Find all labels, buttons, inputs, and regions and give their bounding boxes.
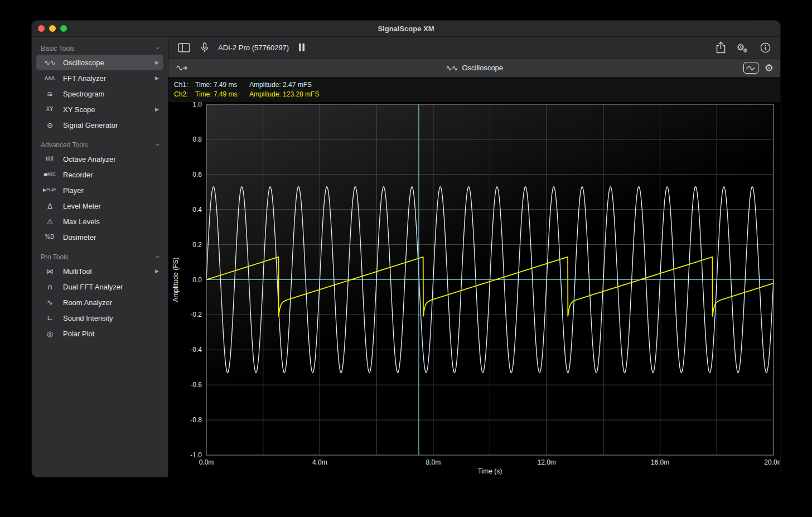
titlebar: SignalScope XM [32,21,780,37]
svg-text:4.0m: 4.0m [312,458,327,466]
pause-icon [298,44,305,51]
sidebar-section-advanced-tools[interactable]: Advanced Tools› [36,138,163,151]
sidebar-item-label: Signal Generator [63,121,159,129]
expand-arrow-icon[interactable]: ▶ [155,60,159,65]
sidebar-item-octave-analyzer[interactable]: ılıllOctave Analyzer [36,151,163,167]
ch1-amplitude: Amplitude: 2.47 mFS [249,80,312,90]
sidebar-item-max-levels[interactable]: ⚠Max Levels [36,214,163,229]
oscilloscope-wave-icon [446,63,457,73]
sidebar-item-label: Oscilloscope [63,59,151,67]
pause-button[interactable] [297,42,306,52]
sidebar-item-dual-fft-analyzer[interactable]: ∩Dual FFT Analyzer [36,279,163,294]
signal-routing-button[interactable] [175,63,189,73]
svg-text:-0.2: -0.2 [190,311,202,318]
cursor-readouts: Ch1: Time: 7.49 ms Amplitude: 2.47 mFS C… [168,78,780,102]
sidebar-item-player[interactable]: ▶PLAYPlayer [36,182,163,198]
svg-text:0.0m: 0.0m [199,458,214,466]
octave-bars-icon: ılıll [41,156,59,162]
sidebar-item-dosimeter[interactable]: %DDosimeter [36,229,163,245]
sidebar-item-label: FFT Analyzer [63,74,151,83]
svg-text:Time (s): Time (s) [478,467,502,475]
fft-icon: ʌʌʌ [41,75,59,81]
svg-text:1.0: 1.0 [192,102,202,108]
processing-settings-button[interactable] [736,42,751,53]
ch2-amplitude: Amplitude: 123.28 mFS [249,90,319,99]
sidebar-item-level-meter[interactable]: ∆Level Meter [36,198,163,214]
section-label: Basic Tools [41,45,74,52]
svg-text:-0.6: -0.6 [190,381,202,389]
room-icon: ∿ [41,299,59,306]
svg-text:0.0: 0.0 [192,276,202,284]
close-button[interactable] [38,25,45,32]
expand-arrow-icon[interactable]: ▶ [155,107,159,112]
sidebar-item-fft-analyzer[interactable]: ʌʌʌFFT Analyzer▶ [36,70,163,86]
svg-text:8.0m: 8.0m [426,458,441,466]
sidebar-item-xy-scope[interactable]: XYXY Scope▶ [36,102,163,117]
ch2-time: Time: 7.49 ms [195,90,249,99]
sidebar-item-label: MultiTool [63,267,151,276]
svg-text:20.0m: 20.0m [764,458,780,466]
sidebar-item-label: Player [63,186,159,195]
channel-settings-button[interactable] [765,62,774,74]
svg-text:Amplitude (FS): Amplitude (FS) [172,257,180,302]
app-window: SignalScope XM Basic Tools›∿∿Oscilloscop… [32,21,780,477]
chevron-down-icon: › [153,255,162,258]
intensity-icon: ∟ [41,315,59,322]
sidebar-section-pro-tools[interactable]: Pro Tools› [36,250,163,263]
minimize-button[interactable] [49,25,56,32]
expand-arrow-icon[interactable]: ▶ [155,268,159,274]
sidebar-item-sound-intensity[interactable]: ∟Sound Intensity [36,310,163,326]
svg-text:0.4: 0.4 [192,206,202,214]
sidebar-item-oscilloscope[interactable]: ∿∿Oscilloscope▶ [36,55,163,70]
svg-text:16.0m: 16.0m [651,458,669,466]
multitool-icon: ⋈ [41,268,59,275]
main-toolbar: ADI-2 Pro (57760297) [168,37,780,59]
ch2-label: Ch2: [174,90,195,99]
sidebar-item-recorder[interactable]: ●RECRecorder [36,167,163,182]
sidebar-item-polar-plot[interactable]: ◎Polar Plot [36,326,163,341]
ch1-readout: Ch1: Time: 7.49 ms Amplitude: 2.47 mFS [174,80,780,90]
svg-text:0.6: 0.6 [192,171,202,178]
sidebar-item-label: Spectrogram [63,90,159,98]
ch1-time: Time: 7.49 ms [195,80,249,90]
scope-display-icon [746,65,755,71]
main-panel: ADI-2 Pro (57760297) [168,37,780,477]
polar-icon: ◎ [41,330,59,337]
chevron-down-icon: › [153,47,162,49]
sidebar-item-label: Level Meter [63,202,159,210]
sidebar-item-spectrogram[interactable]: ≋Spectrogram [36,86,163,102]
xy-icon: XY [41,107,59,112]
sidebar-item-signal-generator[interactable]: ⊖Signal Generator [36,117,163,133]
svg-text:12.0m: 12.0m [538,458,556,466]
info-button[interactable] [759,41,772,54]
sidebar-item-label: Dual FFT Analyzer [63,283,159,291]
sidebar-item-label: Recorder [63,171,159,179]
dual-fft-icon: ∩ [41,283,59,291]
ch1-label: Ch1: [174,80,195,90]
sidebar-section-basic-tools[interactable]: Basic Tools› [36,41,163,55]
oscilloscope-icon: ∿∿ [41,59,59,66]
sidebar-item-label: Max Levels [63,218,159,226]
sidebar-item-room-analyzer[interactable]: ∿Room Analyzer [36,294,163,310]
input-device-button[interactable] [200,41,210,54]
device-label[interactable]: ADI-2 Pro (57760297) [218,44,289,52]
sidebar-toggle-button[interactable] [177,42,191,54]
svg-text:-0.8: -0.8 [190,416,202,424]
oscilloscope-chart[interactable]: 1.00.80.60.40.20.0-0.2-0.4-0.6-0.8-1.00.… [168,102,780,477]
scope-display-button[interactable] [743,62,758,74]
sidebar-item-label: Room Analyzer [63,298,159,307]
ch2-readout: Ch2: Time: 7.49 ms Amplitude: 123.28 mFS [174,90,780,99]
sidebar-item-label: XY Scope [63,105,151,114]
tool-title: Oscilloscope [462,64,503,72]
zoom-button[interactable] [60,25,67,32]
share-button[interactable] [714,40,727,55]
section-label: Advanced Tools [41,141,88,149]
section-label: Pro Tools [41,253,69,261]
expand-arrow-icon[interactable]: ▶ [155,75,159,81]
sidebar-item-label: Sound Intensity [63,314,159,322]
play-icon: ▶PLAY [41,188,59,192]
sidebar-item-multitool[interactable]: ⋈MultiTool▶ [36,263,163,279]
signal-routing-icon [176,64,188,72]
svg-text:0.2: 0.2 [192,241,202,249]
sidebar-item-label: Dosimeter [63,233,159,241]
